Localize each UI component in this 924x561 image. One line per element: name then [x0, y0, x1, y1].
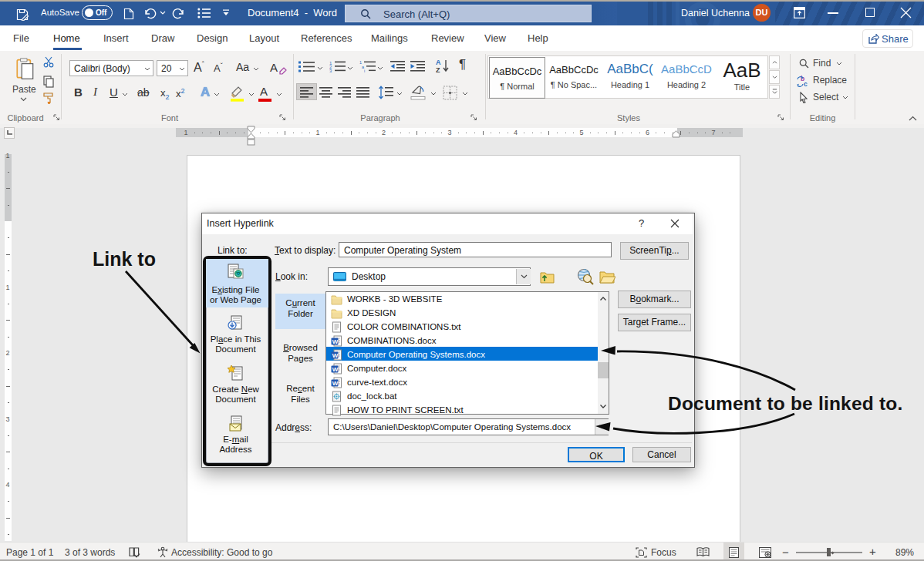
svg-text:W: W — [332, 380, 339, 387]
svg-text:A: A — [436, 59, 441, 66]
svg-text:i: i — [364, 69, 365, 72]
svg-text:Z: Z — [436, 66, 440, 73]
svg-text:W: W — [332, 366, 339, 373]
svg-text:W: W — [332, 352, 339, 359]
svg-text:c: c — [804, 80, 808, 87]
svg-text:W: W — [332, 338, 339, 345]
svg-text:3: 3 — [329, 69, 332, 72]
